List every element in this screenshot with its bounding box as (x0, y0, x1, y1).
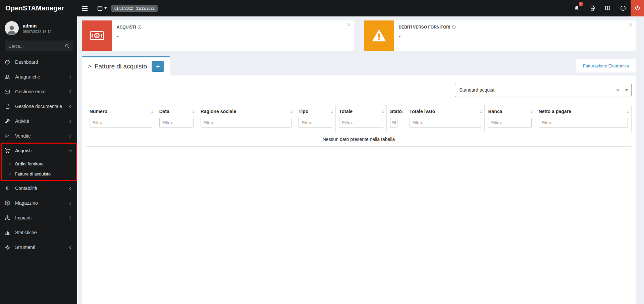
close-icon[interactable]: × (347, 22, 351, 28)
tab-fatturazione-elettronica[interactable]: Fatturazione Elettronica (576, 59, 636, 72)
chevron-left-icon (68, 134, 72, 138)
docs-button[interactable] (600, 0, 615, 16)
filter-input-3[interactable] (299, 118, 332, 128)
filter-input-4[interactable] (339, 118, 383, 128)
date-range-badge[interactable]: 01/01/2022 - 31/12/2022 (111, 5, 158, 12)
column-header-7[interactable]: Banca (485, 105, 535, 132)
sort-icon[interactable] (331, 110, 333, 113)
calendar-icon (97, 6, 103, 11)
sitemap-icon (5, 215, 12, 220)
logout-button[interactable] (631, 0, 644, 16)
info-icon[interactable] (138, 25, 142, 29)
app-logo[interactable]: OpenSTAManager (0, 0, 77, 16)
dashboard-icon (5, 59, 12, 65)
gear-icon (5, 245, 12, 250)
wrench-icon (5, 118, 12, 124)
sidebar-item-anagrafiche[interactable]: Anagrafiche (0, 69, 77, 84)
sidebar-toggle-button[interactable] (77, 0, 93, 16)
sidebar-item-gestione-email[interactable]: Gestione email (0, 84, 77, 99)
tab-fatture-di-acquisto[interactable]: > Fatture di acquisto + (82, 56, 170, 75)
sort-icon[interactable] (382, 110, 384, 113)
money-icon (82, 20, 112, 51)
sidebar-search (5, 41, 72, 51)
widget-acquisti: ACQUISTI - × (82, 20, 354, 51)
sidebar-item-statistiche[interactable]: Statistiche (0, 225, 77, 240)
column-header-2[interactable]: Ragione sociale (197, 105, 295, 132)
sidebar-item-impianti[interactable]: Impianti (0, 210, 77, 225)
filter-input-0[interactable] (90, 118, 152, 128)
column-header-1[interactable]: Data (156, 105, 197, 132)
sort-icon[interactable] (627, 110, 629, 113)
filter-input-2[interactable] (201, 118, 291, 128)
filter-input-6[interactable] (410, 118, 481, 128)
file-icon (5, 104, 12, 109)
print-button[interactable] (584, 0, 600, 16)
info-icon (620, 5, 626, 11)
clear-selection-icon[interactable]: × (613, 87, 622, 93)
info-icon[interactable] (452, 25, 456, 29)
sidebar-subitem-ordini-fornitore[interactable]: Ordini fornitore (0, 159, 77, 169)
table-header-row: NumeroDataRagione socialeTipoTotaleStato… (86, 105, 632, 132)
avatar (5, 21, 19, 35)
column-header-0[interactable]: Numero (86, 105, 156, 132)
search-icon[interactable] (62, 41, 72, 51)
sidebar-item-contabilita[interactable]: Contabilità (0, 181, 77, 196)
sidebar-item-vendite[interactable]: Vendite (0, 129, 77, 143)
main-content: ACQUISTI - × DEBITI VERSO FORNITORI (77, 0, 644, 304)
chevron-down-icon (68, 149, 72, 153)
column-header-5[interactable]: Stato (387, 105, 406, 132)
column-header-4[interactable]: Totale (335, 105, 386, 132)
cart-icon (5, 148, 12, 153)
chevron-left-icon (68, 201, 72, 205)
chevron-down-icon (104, 7, 107, 9)
power-icon (635, 5, 640, 11)
sidebar-item-acquisti[interactable]: Acquisti (0, 143, 77, 158)
selected-option: Standard acquisti (459, 87, 613, 93)
user-name: admin (23, 23, 52, 29)
sort-icon[interactable] (151, 110, 154, 113)
notifications-button[interactable]: 1 (569, 0, 584, 16)
user-panel: admin 05/07/2022 16:12 (0, 16, 77, 39)
widget-debiti-fornitori: DEBITI VERSO FORNITORI - × (364, 20, 636, 51)
warning-icon (364, 20, 394, 51)
sidebar-item-magazzino[interactable]: Magazzino (0, 196, 77, 210)
filter-input-8[interactable] (539, 118, 628, 128)
hamburger-icon (82, 6, 88, 11)
login-datetime: 05/07/2022 16:12 (23, 30, 52, 34)
angle-right-icon (8, 172, 12, 176)
sort-icon[interactable] (290, 110, 293, 113)
calendar-dropdown-button[interactable] (93, 0, 111, 16)
topbar: OpenSTAManager 01/01/2022 - 31/12/2022 1 (0, 0, 644, 16)
users-icon (5, 74, 12, 80)
view-select[interactable]: Standard acquisti × (455, 83, 632, 97)
select-caret-box (622, 83, 631, 97)
sidebar-item-attivita[interactable]: Attività (0, 114, 77, 129)
sidebar-item-strumenti[interactable]: Strumenti (0, 240, 77, 255)
sort-icon[interactable] (192, 110, 195, 113)
column-header-6[interactable]: Totale ivato (406, 105, 485, 132)
tabs-row: > Fatture di acquisto + Fatturazione Ele… (82, 56, 636, 75)
column-header-8[interactable]: Netto a pagare (535, 105, 631, 132)
sidebar-subitem-fatture-di-acquisto[interactable]: Fatture di acquisto (0, 169, 77, 179)
sidebar-item-dashboard[interactable]: Dashboard (0, 55, 77, 69)
filter-input-5[interactable] (390, 118, 397, 128)
euro-icon (5, 186, 12, 191)
filter-input-1[interactable] (159, 118, 194, 128)
bell-icon (574, 5, 580, 11)
sort-icon[interactable] (401, 110, 404, 113)
chevron-left-icon (68, 104, 72, 109)
info-button[interactable] (615, 0, 631, 16)
column-header-3[interactable]: Tipo (295, 105, 335, 132)
filter-input-7[interactable] (488, 118, 531, 128)
cube-icon (5, 200, 12, 206)
sort-icon[interactable] (530, 110, 533, 113)
chevron-left-icon (68, 119, 72, 123)
select-row: Standard acquisti × (86, 80, 632, 97)
sidebar: admin 05/07/2022 16:12 DashboardAnagrafi… (0, 16, 77, 304)
add-invoice-button[interactable]: + (152, 61, 164, 72)
chevron-left-icon (68, 90, 72, 94)
sort-icon[interactable] (480, 110, 482, 113)
widget-title: DEBITI VERSO FORNITORI (399, 25, 450, 30)
close-icon[interactable]: × (629, 22, 632, 28)
sidebar-item-gestione-documentale[interactable]: Gestione documentale (0, 99, 77, 114)
